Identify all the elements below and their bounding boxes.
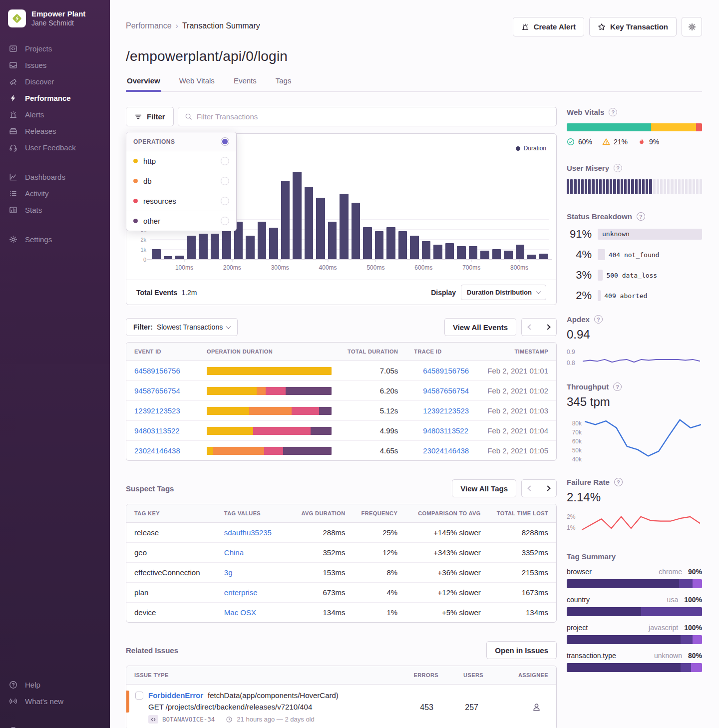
display-label: Display xyxy=(431,289,456,297)
view-all-tags-button[interactable]: View All Tags xyxy=(452,479,516,497)
event-id-link[interactable]: 12392123523 xyxy=(134,406,180,415)
histogram-bar xyxy=(187,236,196,260)
sidebar-item-alerts[interactable]: Alerts xyxy=(0,106,110,123)
trace-id-link[interactable]: 94803113522 xyxy=(423,426,468,435)
next-page-button[interactable] xyxy=(539,479,557,497)
tag-value-link[interactable]: sdaufhu35235 xyxy=(224,528,272,537)
suspect-tags-table: TAG KEYTAG VALUESAVG DURATIONFREQUENCYCO… xyxy=(126,504,556,622)
sidebar-nav: ProjectsIssuesDiscoverPerformanceAlertsR… xyxy=(0,40,110,261)
event-id-link[interactable]: 64589156756 xyxy=(134,366,180,375)
events-column-header: EVENT ID xyxy=(126,343,199,361)
sidebar-item-stats[interactable]: Stats xyxy=(0,202,110,218)
trace-id-link[interactable]: 23024146438 xyxy=(423,446,469,455)
operation-radio[interactable] xyxy=(221,217,229,225)
events-table: EVENT IDOPERATION DURATIONTOTAL DURATION… xyxy=(126,343,556,460)
trace-id-link[interactable]: 64589156756 xyxy=(423,366,469,375)
events-pagination xyxy=(521,318,557,336)
event-id-link[interactable]: 94587656754 xyxy=(134,386,180,395)
sidebar-item-performance[interactable]: Performance xyxy=(0,90,110,106)
histogram-bar xyxy=(222,229,231,260)
open-in-issues-button[interactable]: Open in Issues xyxy=(486,641,557,659)
alerts-icon xyxy=(9,110,17,119)
filter-icon xyxy=(134,113,142,121)
y-axis-label: 40k xyxy=(567,455,582,464)
sidebar-item-settings[interactable]: Settings xyxy=(0,231,110,248)
operation-radio[interactable] xyxy=(221,177,229,185)
tag-value-link[interactable]: China xyxy=(224,548,244,557)
events-filter-dropdown[interactable]: Filter: Slowest Transactions xyxy=(126,318,238,336)
operation-option-resources[interactable]: resources xyxy=(126,191,236,211)
previous-page-button[interactable] xyxy=(521,479,539,497)
operation-option-http[interactable]: http xyxy=(126,151,236,171)
sidebar-item-dashboards[interactable]: Dashboards xyxy=(0,169,110,185)
operation-radio[interactable] xyxy=(221,157,229,165)
sidebar-item-user-feedback[interactable]: User Feedback xyxy=(0,139,110,156)
events-column-header: TOTAL DURATION xyxy=(340,343,406,361)
sidebar-item-help[interactable]: Help xyxy=(0,677,110,693)
issue-level-indicator xyxy=(126,691,129,713)
previous-page-button[interactable] xyxy=(521,318,539,336)
sidebar-item-releases[interactable]: Releases xyxy=(0,123,110,139)
issue-checkbox[interactable] xyxy=(135,692,143,700)
tab-tags[interactable]: Tags xyxy=(275,76,293,91)
create-alert-button[interactable]: Create Alert xyxy=(513,17,584,36)
operation-option-db[interactable]: db xyxy=(126,171,236,191)
issue-age: 21 hours ago — 2 days old xyxy=(237,716,314,723)
web-vitals-segment xyxy=(651,123,696,131)
events-column-header: TIMESTAMP xyxy=(479,343,556,361)
question-icon[interactable]: ? xyxy=(594,315,603,324)
suspect-tag-row: geoChina352ms12%+343% slower3352ms xyxy=(126,543,556,563)
tab-overview[interactable]: Overview xyxy=(126,76,161,91)
tags-pagination xyxy=(521,479,557,497)
search-input[interactable] xyxy=(197,112,550,121)
tag-value-link[interactable]: enterprise xyxy=(224,588,258,597)
suspect-tag-row: releasesdaufhu35235288ms25%+145% slower8… xyxy=(126,523,556,543)
sidebar-item-activity[interactable]: Activity xyxy=(0,185,110,202)
breadcrumb-parent[interactable]: Performance xyxy=(126,21,172,30)
issue-error-type-link[interactable]: ForbiddenError xyxy=(148,691,203,700)
filter-button[interactable]: Filter xyxy=(126,107,174,126)
event-id-link[interactable]: 94803113522 xyxy=(134,426,180,435)
histogram-bar xyxy=(480,251,489,260)
y-axis-label: 60k xyxy=(567,437,582,446)
tag-summary-block: Tag Summary browserchrome90%countryusa10… xyxy=(567,552,702,672)
issues-icon xyxy=(9,61,17,69)
x-axis-label: 700ms xyxy=(462,264,480,271)
tag-value-link[interactable]: 3g xyxy=(224,568,233,577)
assignee-icon[interactable] xyxy=(532,703,541,712)
settings-icon xyxy=(9,235,17,244)
suspect-tag-row: planenterprise673ms4%+12% slower1673ms xyxy=(126,583,556,603)
view-all-events-button[interactable]: View All Events xyxy=(444,318,516,336)
question-icon[interactable]: ? xyxy=(613,382,622,391)
settings-gear-button[interactable] xyxy=(682,17,702,36)
operation-radio[interactable] xyxy=(221,197,229,205)
tab-web-vitals[interactable]: Web Vitals xyxy=(178,76,216,91)
sidebar-item-what-s-new[interactable]: What's new xyxy=(0,693,110,710)
event-id-link[interactable]: 23024146438 xyxy=(134,446,180,455)
question-icon[interactable]: ? xyxy=(614,164,622,172)
question-icon[interactable]: ? xyxy=(637,212,645,221)
trace-id-link[interactable]: 12392123523 xyxy=(423,406,469,415)
question-icon[interactable]: ? xyxy=(614,478,623,486)
y-axis-label: 70k xyxy=(567,428,582,437)
tab-events[interactable]: Events xyxy=(233,76,258,91)
sidebar-item-projects[interactable]: Projects xyxy=(0,40,110,57)
operations-all-radio[interactable] xyxy=(221,137,229,146)
sidebar-item-discover[interactable]: Discover xyxy=(0,73,110,90)
next-page-button[interactable] xyxy=(539,318,557,336)
tag-summary-row: projectjavascript100% xyxy=(567,624,702,644)
histogram-bar xyxy=(269,228,278,260)
status-row: 3%500 data_loss xyxy=(567,269,702,282)
display-select[interactable]: Duration Distribution xyxy=(461,285,546,300)
sidebar-item-collapse[interactable]: Collapse xyxy=(0,723,110,728)
trace-id-link[interactable]: 94587656754 xyxy=(423,386,469,395)
operation-option-other[interactable]: other xyxy=(126,211,236,231)
legend-duration-label: Duration xyxy=(524,145,546,152)
org-switcher[interactable]: Empower Plant Jane Schmidt xyxy=(0,9,110,40)
question-icon[interactable]: ? xyxy=(609,108,617,116)
key-transaction-button[interactable]: Key Transaction xyxy=(589,17,677,36)
sidebar-item-issues[interactable]: Issues xyxy=(0,57,110,73)
tag-value-link[interactable]: Mac OSX xyxy=(224,608,256,617)
throughput-value: 345 tpm xyxy=(567,395,702,409)
org-name: Empower Plant xyxy=(31,9,85,18)
